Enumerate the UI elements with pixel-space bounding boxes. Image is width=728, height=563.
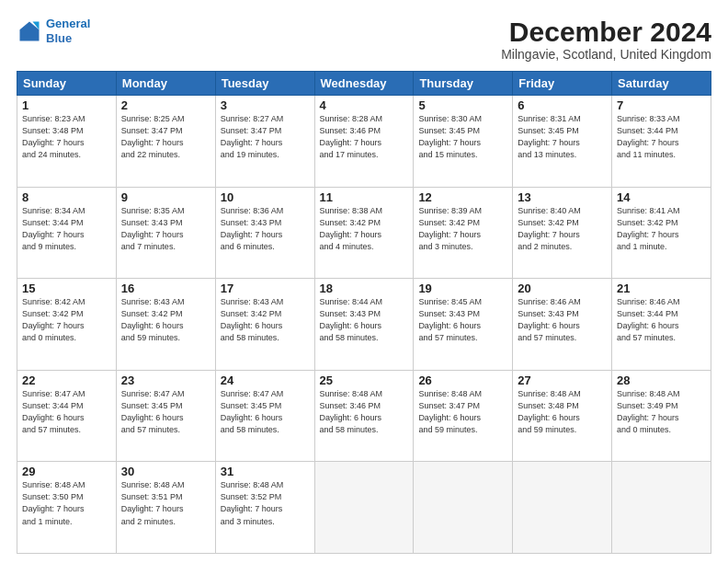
col-saturday: Saturday <box>612 72 711 96</box>
day-info: Sunrise: 8:33 AM Sunset: 3:44 PM Dayligh… <box>617 113 706 161</box>
col-thursday: Thursday <box>414 72 513 96</box>
table-row: 25Sunrise: 8:48 AM Sunset: 3:46 PM Dayli… <box>314 370 414 462</box>
calendar-table: Sunday Monday Tuesday Wednesday Thursday… <box>17 71 711 554</box>
table-row: 16Sunrise: 8:43 AM Sunset: 3:42 PM Dayli… <box>116 279 215 371</box>
day-info: Sunrise: 8:46 AM Sunset: 3:44 PM Dayligh… <box>617 296 706 344</box>
day-number: 4 <box>320 98 409 112</box>
day-info: Sunrise: 8:48 AM Sunset: 3:50 PM Dayligh… <box>22 479 111 527</box>
day-number: 7 <box>617 98 706 112</box>
day-info: Sunrise: 8:44 AM Sunset: 3:43 PM Dayligh… <box>320 296 409 344</box>
day-info: Sunrise: 8:48 AM Sunset: 3:46 PM Dayligh… <box>320 388 409 436</box>
day-number: 28 <box>617 373 706 387</box>
day-number: 23 <box>121 373 210 387</box>
logo-text: General Blue <box>46 17 90 45</box>
day-number: 14 <box>617 190 706 204</box>
day-info: Sunrise: 8:23 AM Sunset: 3:48 PM Dayligh… <box>22 113 111 161</box>
main-title: December 2024 <box>501 17 711 47</box>
day-number: 1 <box>22 98 111 112</box>
table-row: 1Sunrise: 8:23 AM Sunset: 3:48 PM Daylig… <box>17 96 117 188</box>
day-number: 20 <box>518 282 607 295</box>
table-row: 15Sunrise: 8:42 AM Sunset: 3:42 PM Dayli… <box>17 279 117 371</box>
table-row: 13Sunrise: 8:40 AM Sunset: 3:42 PM Dayli… <box>513 187 612 279</box>
day-number: 27 <box>518 373 607 387</box>
col-wednesday: Wednesday <box>314 72 414 96</box>
table-row: 9Sunrise: 8:35 AM Sunset: 3:43 PM Daylig… <box>116 187 215 279</box>
table-row: 19Sunrise: 8:45 AM Sunset: 3:43 PM Dayli… <box>414 279 513 371</box>
calendar-week-row: 1Sunrise: 8:23 AM Sunset: 3:48 PM Daylig… <box>17 96 711 188</box>
day-number: 17 <box>221 282 310 295</box>
day-number: 26 <box>418 373 507 387</box>
day-info: Sunrise: 8:47 AM Sunset: 3:45 PM Dayligh… <box>121 388 210 436</box>
logo-icon <box>17 18 42 44</box>
logo-blue: Blue <box>46 31 72 45</box>
table-row: 8Sunrise: 8:34 AM Sunset: 3:44 PM Daylig… <box>17 187 117 279</box>
calendar-week-row: 29Sunrise: 8:48 AM Sunset: 3:50 PM Dayli… <box>17 462 711 554</box>
day-number: 8 <box>22 190 111 204</box>
day-number: 16 <box>121 282 210 295</box>
day-number: 18 <box>320 282 409 295</box>
day-info: Sunrise: 8:48 AM Sunset: 3:48 PM Dayligh… <box>518 388 607 436</box>
day-info: Sunrise: 8:35 AM Sunset: 3:43 PM Dayligh… <box>121 205 210 253</box>
table-row: 4Sunrise: 8:28 AM Sunset: 3:46 PM Daylig… <box>314 96 414 188</box>
table-row: 30Sunrise: 8:48 AM Sunset: 3:51 PM Dayli… <box>116 462 215 554</box>
day-info: Sunrise: 8:48 AM Sunset: 3:51 PM Dayligh… <box>121 479 210 527</box>
day-info: Sunrise: 8:48 AM Sunset: 3:47 PM Dayligh… <box>418 388 507 436</box>
day-number: 6 <box>518 98 607 112</box>
day-info: Sunrise: 8:38 AM Sunset: 3:42 PM Dayligh… <box>320 205 409 253</box>
day-number: 24 <box>221 373 310 387</box>
day-number: 9 <box>121 190 210 204</box>
day-number: 29 <box>22 465 111 478</box>
table-row: 23Sunrise: 8:47 AM Sunset: 3:45 PM Dayli… <box>116 370 215 462</box>
day-number: 5 <box>418 98 507 112</box>
day-info: Sunrise: 8:45 AM Sunset: 3:43 PM Dayligh… <box>418 296 507 344</box>
day-info: Sunrise: 8:31 AM Sunset: 3:45 PM Dayligh… <box>518 113 607 161</box>
calendar-header-row: Sunday Monday Tuesday Wednesday Thursday… <box>17 72 711 96</box>
calendar-week-row: 22Sunrise: 8:47 AM Sunset: 3:44 PM Dayli… <box>17 370 711 462</box>
table-row: 24Sunrise: 8:47 AM Sunset: 3:45 PM Dayli… <box>215 370 314 462</box>
day-info: Sunrise: 8:46 AM Sunset: 3:43 PM Dayligh… <box>518 296 607 344</box>
day-info: Sunrise: 8:48 AM Sunset: 3:52 PM Dayligh… <box>221 479 310 527</box>
day-number: 12 <box>418 190 507 204</box>
day-info: Sunrise: 8:41 AM Sunset: 3:42 PM Dayligh… <box>617 205 706 253</box>
table-row <box>513 462 612 554</box>
table-row: 11Sunrise: 8:38 AM Sunset: 3:42 PM Dayli… <box>314 187 414 279</box>
day-number: 10 <box>221 190 310 204</box>
day-number: 30 <box>121 465 210 478</box>
table-row: 20Sunrise: 8:46 AM Sunset: 3:43 PM Dayli… <box>513 279 612 371</box>
day-info: Sunrise: 8:25 AM Sunset: 3:47 PM Dayligh… <box>121 113 210 161</box>
table-row: 12Sunrise: 8:39 AM Sunset: 3:42 PM Dayli… <box>414 187 513 279</box>
day-number: 13 <box>518 190 607 204</box>
table-row: 3Sunrise: 8:27 AM Sunset: 3:47 PM Daylig… <box>215 96 314 188</box>
day-info: Sunrise: 8:39 AM Sunset: 3:42 PM Dayligh… <box>418 205 507 253</box>
day-info: Sunrise: 8:47 AM Sunset: 3:44 PM Dayligh… <box>22 388 111 436</box>
header: General Blue December 2024 Milngavie, Sc… <box>17 17 711 62</box>
day-number: 19 <box>418 282 507 295</box>
logo-general: General <box>46 17 90 30</box>
table-row: 7Sunrise: 8:33 AM Sunset: 3:44 PM Daylig… <box>612 96 711 188</box>
subtitle: Milngavie, Scotland, United Kingdom <box>501 47 711 62</box>
table-row: 28Sunrise: 8:48 AM Sunset: 3:49 PM Dayli… <box>612 370 711 462</box>
table-row <box>414 462 513 554</box>
day-info: Sunrise: 8:48 AM Sunset: 3:49 PM Dayligh… <box>617 388 706 436</box>
day-number: 21 <box>617 282 706 295</box>
day-info: Sunrise: 8:34 AM Sunset: 3:44 PM Dayligh… <box>22 205 111 253</box>
day-number: 2 <box>121 98 210 112</box>
table-row: 5Sunrise: 8:30 AM Sunset: 3:45 PM Daylig… <box>414 96 513 188</box>
table-row: 29Sunrise: 8:48 AM Sunset: 3:50 PM Dayli… <box>17 462 117 554</box>
calendar-week-row: 8Sunrise: 8:34 AM Sunset: 3:44 PM Daylig… <box>17 187 711 279</box>
logo: General Blue <box>17 17 90 45</box>
table-row: 21Sunrise: 8:46 AM Sunset: 3:44 PM Dayli… <box>612 279 711 371</box>
day-info: Sunrise: 8:40 AM Sunset: 3:42 PM Dayligh… <box>518 205 607 253</box>
table-row <box>612 462 711 554</box>
table-row: 18Sunrise: 8:44 AM Sunset: 3:43 PM Dayli… <box>314 279 414 371</box>
table-row: 31Sunrise: 8:48 AM Sunset: 3:52 PM Dayli… <box>215 462 314 554</box>
day-info: Sunrise: 8:36 AM Sunset: 3:43 PM Dayligh… <box>221 205 310 253</box>
table-row: 27Sunrise: 8:48 AM Sunset: 3:48 PM Dayli… <box>513 370 612 462</box>
table-row: 2Sunrise: 8:25 AM Sunset: 3:47 PM Daylig… <box>116 96 215 188</box>
day-number: 25 <box>320 373 409 387</box>
table-row: 22Sunrise: 8:47 AM Sunset: 3:44 PM Dayli… <box>17 370 117 462</box>
col-friday: Friday <box>513 72 612 96</box>
table-row: 26Sunrise: 8:48 AM Sunset: 3:47 PM Dayli… <box>414 370 513 462</box>
day-info: Sunrise: 8:43 AM Sunset: 3:42 PM Dayligh… <box>121 296 210 344</box>
day-info: Sunrise: 8:28 AM Sunset: 3:46 PM Dayligh… <box>320 113 409 161</box>
